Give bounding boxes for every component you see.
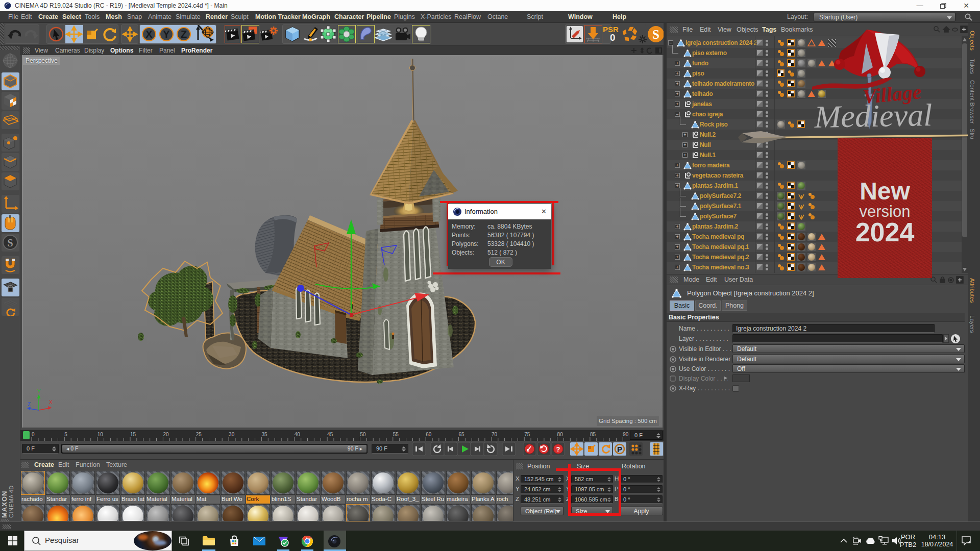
svg-text:25: 25 — [196, 432, 202, 437]
svg-text:75: 75 — [524, 432, 530, 437]
svg-text:15: 15 — [130, 432, 136, 437]
svg-text:40: 40 — [295, 432, 301, 437]
svg-text:Z: Z — [28, 402, 31, 407]
svg-text:80: 80 — [557, 432, 564, 437]
svg-text:S: S — [7, 237, 13, 248]
svg-text:5: 5 — [64, 432, 67, 437]
svg-text:65: 65 — [459, 432, 465, 437]
svg-text:85: 85 — [590, 432, 596, 437]
svg-text:55: 55 — [393, 432, 399, 437]
svg-text:35: 35 — [261, 432, 267, 437]
svg-text:Z: Z — [181, 29, 187, 40]
svg-text:70: 70 — [492, 432, 498, 437]
svg-text:X: X — [49, 399, 53, 405]
svg-text:30: 30 — [229, 432, 235, 437]
svg-text:45: 45 — [327, 432, 333, 437]
svg-text:P: P — [617, 445, 622, 454]
svg-text:20: 20 — [163, 432, 169, 437]
svg-text:?: ? — [556, 445, 560, 453]
svg-text:Y: Y — [37, 389, 41, 394]
svg-text:10: 10 — [97, 432, 104, 437]
svg-text:50: 50 — [360, 432, 366, 437]
svg-text:90: 90 — [623, 432, 629, 437]
svg-text:S: S — [652, 28, 659, 41]
svg-text:X: X — [145, 29, 153, 40]
svg-text:60: 60 — [426, 432, 432, 437]
svg-text:Y: Y — [163, 29, 170, 40]
svg-text:0: 0 — [32, 432, 35, 437]
